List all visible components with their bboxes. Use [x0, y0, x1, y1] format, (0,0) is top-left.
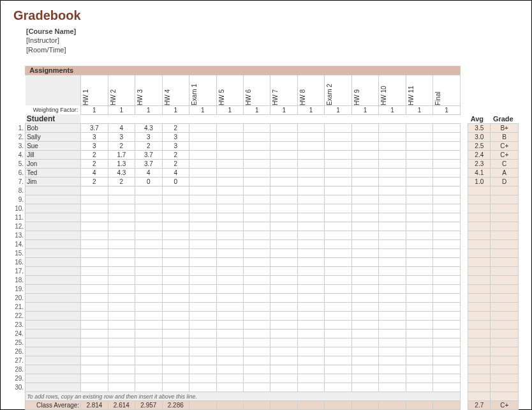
score-cell[interactable]	[243, 160, 270, 169]
weight-cell[interactable]: 1	[81, 105, 108, 114]
score-cell[interactable]	[108, 231, 135, 240]
score-cell[interactable]	[297, 267, 324, 276]
weight-cell[interactable]: 1	[297, 105, 324, 114]
score-cell[interactable]	[433, 231, 461, 240]
score-cell[interactable]	[325, 249, 351, 258]
score-cell[interactable]	[297, 186, 324, 195]
score-cell[interactable]	[135, 186, 162, 195]
score-cell[interactable]	[433, 374, 461, 383]
score-cell[interactable]	[162, 321, 189, 330]
score-cell[interactable]	[406, 240, 432, 249]
score-cell[interactable]	[351, 267, 378, 276]
score-cell[interactable]	[406, 204, 432, 213]
score-cell[interactable]	[379, 124, 406, 133]
score-cell[interactable]	[433, 222, 461, 231]
score-cell[interactable]: 0	[162, 178, 189, 186]
weight-cell[interactable]: 1	[216, 105, 243, 114]
score-cell[interactable]	[351, 240, 378, 249]
score-cell[interactable]	[135, 347, 162, 356]
score-cell[interactable]	[406, 151, 432, 160]
score-cell[interactable]	[297, 383, 324, 392]
score-cell[interactable]	[325, 312, 351, 321]
score-cell[interactable]	[162, 365, 189, 374]
score-cell[interactable]	[325, 204, 351, 213]
score-cell[interactable]	[351, 347, 378, 356]
score-cell[interactable]	[270, 303, 297, 312]
score-cell[interactable]	[216, 276, 243, 285]
score-cell[interactable]	[135, 383, 162, 392]
score-cell[interactable]	[270, 222, 297, 231]
score-cell[interactable]	[216, 303, 243, 312]
score-cell[interactable]	[189, 312, 216, 321]
score-cell[interactable]	[162, 240, 189, 249]
score-cell[interactable]	[325, 285, 351, 294]
score-cell[interactable]	[325, 276, 351, 285]
score-cell[interactable]	[243, 204, 270, 213]
student-name[interactable]: Sue	[26, 142, 81, 151]
score-cell[interactable]	[325, 169, 351, 178]
score-cell[interactable]	[189, 276, 216, 285]
score-cell[interactable]	[243, 267, 270, 276]
score-cell[interactable]	[297, 151, 324, 160]
score-cell[interactable]	[189, 374, 216, 383]
score-cell[interactable]	[108, 267, 135, 276]
score-cell[interactable]	[135, 338, 162, 347]
score-cell[interactable]	[325, 383, 351, 392]
score-cell[interactable]: 2	[81, 151, 108, 160]
score-cell[interactable]	[351, 204, 378, 213]
student-name[interactable]	[26, 204, 81, 213]
score-cell[interactable]	[243, 240, 270, 249]
score-cell[interactable]	[433, 285, 461, 294]
student-name[interactable]: Ted	[26, 169, 81, 178]
score-cell[interactable]	[189, 240, 216, 249]
score-cell[interactable]	[243, 124, 270, 133]
score-cell[interactable]	[162, 330, 189, 338]
score-cell[interactable]	[189, 303, 216, 312]
student-name[interactable]	[26, 249, 81, 258]
score-cell[interactable]	[379, 267, 406, 276]
score-cell[interactable]	[243, 222, 270, 231]
student-name[interactable]	[26, 186, 81, 195]
score-cell[interactable]	[379, 213, 406, 222]
weight-cell[interactable]: 1	[135, 105, 162, 114]
student-name[interactable]	[26, 213, 81, 222]
student-name[interactable]: Jon	[26, 160, 81, 169]
score-cell[interactable]	[162, 276, 189, 285]
score-cell[interactable]	[433, 160, 461, 169]
score-cell[interactable]	[351, 374, 378, 383]
score-cell[interactable]	[379, 133, 406, 142]
score-cell[interactable]	[162, 347, 189, 356]
student-name[interactable]	[26, 303, 81, 312]
score-cell[interactable]	[379, 285, 406, 294]
score-cell[interactable]	[406, 169, 432, 178]
score-cell[interactable]	[135, 195, 162, 204]
score-cell[interactable]	[81, 222, 108, 231]
score-cell[interactable]	[270, 213, 297, 222]
score-cell[interactable]	[135, 231, 162, 240]
score-cell[interactable]	[216, 231, 243, 240]
score-cell[interactable]: 2	[135, 142, 162, 151]
score-cell[interactable]	[216, 222, 243, 231]
score-cell[interactable]	[189, 169, 216, 178]
score-cell[interactable]	[297, 142, 324, 151]
score-cell[interactable]	[162, 204, 189, 213]
score-cell[interactable]	[189, 321, 216, 330]
weight-cell[interactable]: 1	[108, 105, 135, 114]
score-cell[interactable]	[297, 240, 324, 249]
score-cell[interactable]	[189, 267, 216, 276]
score-cell[interactable]	[216, 330, 243, 338]
score-cell[interactable]	[162, 186, 189, 195]
score-cell[interactable]	[135, 258, 162, 267]
score-cell[interactable]	[297, 231, 324, 240]
score-cell[interactable]: 3	[162, 142, 189, 151]
score-cell[interactable]	[81, 365, 108, 374]
score-cell[interactable]	[243, 374, 270, 383]
score-cell[interactable]	[351, 231, 378, 240]
score-cell[interactable]	[351, 195, 378, 204]
score-cell[interactable]	[406, 124, 432, 133]
student-name[interactable]: Jill	[26, 151, 81, 160]
score-cell[interactable]	[325, 231, 351, 240]
score-cell[interactable]	[297, 338, 324, 347]
score-cell[interactable]	[379, 383, 406, 392]
score-cell[interactable]	[189, 356, 216, 365]
